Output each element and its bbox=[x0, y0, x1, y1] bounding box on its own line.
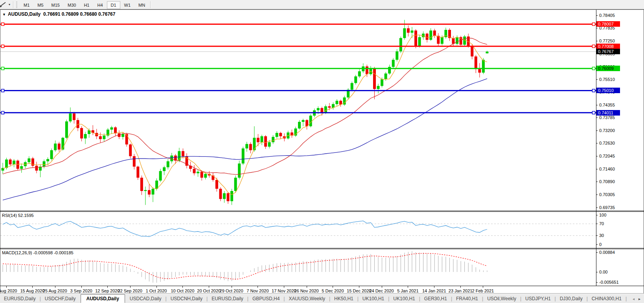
chart-tab-eurusd-daily[interactable]: EURUSD,Daily bbox=[208, 294, 247, 303]
tf-button-M15[interactable]: M15 bbox=[48, 1, 64, 9]
date-tick-mark bbox=[258, 286, 258, 288]
price-tick-mark bbox=[596, 156, 598, 156]
price-tick-mark bbox=[596, 182, 598, 182]
tf-button-MN[interactable]: MN bbox=[134, 1, 149, 9]
price-tick-label: 0.72630 bbox=[599, 141, 615, 145]
chart-tab-audusd-daily[interactable]: AUDUSD,Daily bbox=[81, 294, 125, 303]
macd-tick-mark bbox=[596, 282, 598, 283]
tab-scroll-buttons: ◂▸ bbox=[631, 297, 644, 301]
macd-tick-label: 0.00 bbox=[599, 270, 607, 274]
tab-scroll-left-icon[interactable]: ◂ bbox=[631, 297, 637, 301]
current-price-badge: 0.76767 bbox=[596, 49, 620, 54]
price-tick-mark bbox=[596, 15, 598, 16]
chart-tab-usdchf-daily[interactable]: USDCHF,Daily bbox=[41, 294, 80, 303]
date-tick-mark bbox=[32, 286, 33, 288]
date-tick-mark bbox=[483, 286, 483, 288]
chart-tab-us[interactable]: US bbox=[627, 294, 631, 303]
chart-tab-hk50-h1[interactable]: HK50,H1 bbox=[330, 294, 357, 303]
date-axis-label: 17 Nov 2020 bbox=[272, 288, 296, 293]
date-tick-mark bbox=[333, 286, 333, 288]
toolbar-drag-handle[interactable] bbox=[16, 2, 17, 8]
draw-tool-caret-icon[interactable]: ▾ bbox=[9, 3, 10, 6]
date-axis-label: 15 Dec 2020 bbox=[347, 288, 371, 293]
chart-tab-uk100-h1[interactable]: UK100,H1 bbox=[359, 294, 388, 303]
date-axis-label: 23 Jan 2021 bbox=[449, 288, 473, 293]
chart-tab-dj30-daily[interactable]: DJ30,Daily bbox=[556, 294, 587, 303]
chart-tab-xauusd-weekly[interactable]: XAUUSD,Weekly bbox=[285, 294, 329, 303]
tf-button-M5[interactable]: M5 bbox=[33, 1, 47, 9]
date-axis-label: 25 Aug 2020 bbox=[43, 288, 67, 293]
rsi-tick-label: 70 bbox=[599, 221, 604, 226]
date-tick-mark bbox=[6, 286, 7, 288]
price-tick-mark bbox=[596, 41, 598, 41]
chart-tab-usoil-weekly[interactable]: USOil,Weekly bbox=[483, 294, 520, 303]
date-tick-mark bbox=[284, 286, 284, 288]
price-tick-label: 0.70305 bbox=[599, 192, 615, 197]
price-tick-mark bbox=[596, 143, 598, 143]
chart-tab-china300-h1[interactable]: CHINA300,H1 bbox=[588, 294, 626, 303]
date-tick-mark bbox=[182, 286, 183, 288]
rsi-tick-label: 30 bbox=[599, 233, 604, 238]
price-tick-label: 0.73785 bbox=[599, 115, 615, 120]
price-chart-panel[interactable] bbox=[0, 10, 596, 211]
chart-tab-usdjpy-h1[interactable]: USDJPY,H1 bbox=[521, 294, 554, 303]
price-tick-label: 0.72045 bbox=[599, 154, 615, 158]
date-axis-label: 29 Oct 2020 bbox=[220, 288, 243, 293]
date-axis-label: 1 Oct 2020 bbox=[146, 288, 167, 293]
macd-tick-mark bbox=[596, 252, 598, 253]
symbol-dropdown-icon[interactable]: ▼ bbox=[2, 13, 6, 17]
tf-button-H4[interactable]: H4 bbox=[93, 1, 107, 9]
price-tick-mark bbox=[596, 195, 598, 195]
macd-panel[interactable] bbox=[0, 249, 596, 285]
chart-tab-usdcnh-daily[interactable]: USDCNH,Daily bbox=[167, 294, 206, 303]
date-tick-mark bbox=[382, 286, 382, 288]
rsi-tick-mark bbox=[596, 235, 598, 236]
panel-divider[interactable] bbox=[0, 211, 644, 211]
timeframe-toolbar: ▾ M1M5M15M30H1H4D1W1MN bbox=[0, 0, 644, 9]
tf-button-D1[interactable]: D1 bbox=[107, 1, 120, 9]
date-axis-label: 22 Sep 2020 bbox=[118, 288, 142, 293]
rsi-indicator-label: RSI(14) 52.1595 bbox=[2, 213, 34, 218]
date-tick-mark bbox=[359, 286, 359, 288]
tf-button-H1[interactable]: H1 bbox=[80, 1, 93, 9]
date-tick-mark bbox=[209, 286, 209, 288]
date-axis-label: 24 Dec 2020 bbox=[369, 288, 394, 293]
tf-button-M1[interactable]: M1 bbox=[20, 1, 33, 9]
price-tick-label: 0.74355 bbox=[599, 103, 615, 107]
date-tick-mark bbox=[81, 286, 82, 288]
chart-tab-eurusd-daily[interactable]: EURUSD,Daily bbox=[0, 294, 40, 303]
date-axis[interactable]: 6 Aug 202015 Aug 202025 Aug 20203 Sep 20… bbox=[0, 286, 644, 293]
price-level-badge: 0.76009 bbox=[596, 66, 620, 71]
toolbar-separator bbox=[150, 1, 151, 8]
tab-scroll-right-icon[interactable]: ▸ bbox=[637, 297, 642, 301]
date-axis-label: 7 Nov 2020 bbox=[247, 288, 269, 293]
date-tick-mark bbox=[107, 286, 108, 288]
rsi-tick-mark bbox=[596, 224, 598, 224]
tf-button-W1[interactable]: W1 bbox=[120, 1, 135, 9]
date-axis-label: 26 Nov 2020 bbox=[294, 288, 318, 293]
price-level-badge: 0.77008 bbox=[596, 44, 620, 49]
trendline-draw-icon[interactable] bbox=[0, 2, 8, 8]
date-axis-label: 14 Jan 2021 bbox=[422, 288, 446, 293]
price-tick-mark bbox=[596, 79, 598, 80]
panel-divider[interactable] bbox=[0, 248, 644, 248]
date-tick-mark bbox=[232, 286, 232, 288]
chart-ohlc-values: 0.76691 0.76809 0.76680 0.76767 bbox=[43, 11, 116, 17]
date-tick-mark bbox=[408, 286, 408, 288]
date-tick-mark bbox=[156, 286, 157, 288]
rsi-panel[interactable] bbox=[0, 212, 596, 248]
macd-tick-label: -0.005651 bbox=[599, 280, 619, 285]
chart-tab-usdcad-daily[interactable]: USDCAD,Daily bbox=[126, 294, 166, 303]
chart-tab-fra40-h1[interactable]: FRA40,H1 bbox=[452, 294, 482, 303]
chart-tab-ger30-h1[interactable]: GER30,H1 bbox=[420, 294, 451, 303]
tf-button-M30[interactable]: M30 bbox=[64, 1, 80, 9]
chart-tab-uk100-h1[interactable]: UK100,H1 bbox=[389, 294, 419, 303]
rsi-tick-mark bbox=[596, 215, 598, 215]
chart-title: ▼AUDUSD,Daily 0.76691 0.76809 0.76680 0.… bbox=[2, 11, 115, 17]
chart-tab-gbpusd-h4[interactable]: GBPUSD,H4 bbox=[248, 294, 283, 303]
date-axis-label: 20 Oct 2020 bbox=[197, 288, 221, 293]
macd-tick-mark bbox=[596, 272, 598, 272]
mt4-window: ▾ M1M5M15M30H1H4D1W1MN ▼AUDUSD,Daily 0.7… bbox=[0, 0, 644, 303]
price-level-badge: 0.78007 bbox=[596, 21, 620, 27]
price-tick-mark bbox=[596, 169, 598, 169]
